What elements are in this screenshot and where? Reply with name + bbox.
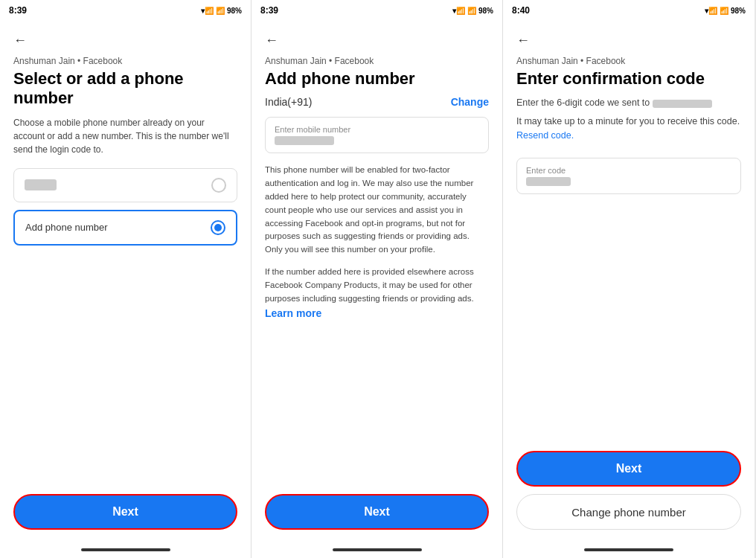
wifi-icon: ▾📶: [201, 7, 214, 15]
status-bar-2: 8:39 ▾📶 📶 98%: [252, 0, 502, 21]
home-indicator-1: [0, 542, 251, 558]
home-indicator-2: [252, 542, 502, 558]
home-bar-2: [333, 548, 422, 551]
existing-phone-option[interactable]: [13, 168, 237, 202]
status-icons-2: ▾📶 📶 98%: [452, 7, 493, 15]
screen-title-1: Select or add a phone number: [13, 69, 237, 109]
phone-input-value: [275, 136, 334, 145]
account-label-1: Anshuman Jain • Facebook: [13, 56, 237, 66]
back-button-2[interactable]: ←: [265, 33, 489, 48]
info-text-2-content: If the number added here is provided els…: [265, 267, 474, 303]
battery-icon-3: 98%: [731, 7, 746, 15]
change-country-link[interactable]: Change: [451, 96, 489, 108]
signal-icon-3: 📶: [720, 7, 728, 15]
wifi-icon-2: ▾📶: [452, 7, 465, 15]
back-button-1[interactable]: ←: [13, 33, 237, 48]
account-label-3: Anshuman Jain • Facebook: [516, 56, 741, 66]
confirm-desc-part1: Enter the 6-digit code we sent to: [516, 97, 650, 108]
signal-icon-2: 📶: [467, 7, 476, 15]
bottom-area-1: Next: [0, 487, 251, 542]
radio-existing[interactable]: [211, 178, 226, 193]
phone-input-box[interactable]: Enter mobile number: [265, 117, 489, 153]
screen-2-content: ← Anshuman Jain • Facebook Add phone num…: [252, 21, 502, 487]
status-bar-3: 8:40 ▾📶 📶 98%: [503, 0, 755, 21]
confirm-desc-time: It may take up to a minute for you to re…: [516, 115, 741, 143]
screen-1-content: ← Anshuman Jain • Facebook Select or add…: [0, 21, 251, 487]
confirm-desc-part2: It may take up to a minute for you to re…: [516, 116, 740, 126]
code-input-label: Enter code: [526, 166, 731, 175]
battery-icon-2: 98%: [478, 7, 493, 15]
signal-icon: 📶: [216, 7, 225, 15]
learn-more-link[interactable]: Learn more: [265, 307, 321, 319]
next-button-1[interactable]: Next: [13, 494, 237, 530]
radio-inner-add-phone: [214, 224, 222, 231]
next-button-3[interactable]: Next: [516, 451, 741, 487]
code-input-box[interactable]: Enter code: [516, 158, 741, 194]
country-row: India(+91) Change: [265, 96, 489, 108]
home-bar-1: [81, 548, 170, 551]
time-3: 8:40: [512, 5, 530, 16]
time-1: 8:39: [9, 5, 27, 16]
home-indicator-3: [503, 542, 755, 558]
resend-code-link[interactable]: Resend code.: [516, 130, 574, 141]
panel-3: 8:40 ▾📶 📶 98% ← Anshuman Jain • Facebook…: [503, 0, 755, 558]
sent-to-number: [653, 100, 712, 108]
screen-title-3: Enter confirmation code: [516, 69, 741, 89]
country-label: India(+91): [265, 96, 312, 108]
change-phone-button[interactable]: Change phone number: [516, 494, 741, 530]
add-phone-option[interactable]: Add phone number: [13, 210, 237, 246]
screen-title-2: Add phone number: [265, 69, 489, 89]
radio-add-phone[interactable]: [211, 220, 225, 235]
account-label-2: Anshuman Jain • Facebook: [265, 56, 489, 66]
panel-2: 8:39 ▾📶 📶 98% ← Anshuman Jain • Facebook…: [252, 0, 503, 558]
add-phone-label: Add phone number: [25, 222, 108, 233]
info-text-1: This phone number will be enabled for tw…: [265, 164, 489, 257]
battery-icon: 98%: [227, 7, 242, 15]
status-bar-1: 8:39 ▾📶 📶 98%: [0, 0, 251, 21]
status-icons-3: ▾📶 📶 98%: [705, 7, 746, 15]
bottom-area-3: Next Change phone number: [503, 443, 755, 542]
screen-3-content: ← Anshuman Jain • Facebook Enter confirm…: [503, 21, 755, 443]
wifi-icon-3: ▾📶: [705, 7, 717, 15]
panel-1: 8:39 ▾📶 📶 98% ← Anshuman Jain • Facebook…: [0, 0, 252, 558]
info-text-1-content: This phone number will be enabled for tw…: [265, 165, 473, 254]
info-text-2: If the number added here is provided els…: [265, 266, 489, 321]
existing-phone-number: [25, 179, 57, 190]
home-bar-3: [584, 548, 673, 551]
status-icons-1: ▾📶 📶 98%: [201, 7, 242, 15]
confirm-desc-sent: Enter the 6-digit code we sent to: [516, 96, 741, 110]
code-input-value: [526, 177, 571, 186]
screen-desc-1: Choose a mobile phone number already on …: [13, 116, 237, 156]
bottom-area-2: Next: [252, 487, 502, 542]
time-2: 8:39: [260, 5, 278, 16]
back-button-3[interactable]: ←: [516, 33, 741, 48]
next-button-2[interactable]: Next: [265, 494, 489, 530]
phone-input-label: Enter mobile number: [275, 125, 479, 134]
